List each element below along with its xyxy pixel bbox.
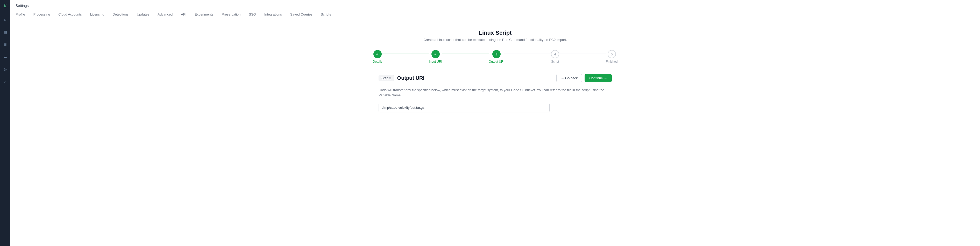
tab-experiments[interactable]: Experiments bbox=[191, 10, 217, 19]
step-title-group: Step 3 Output URI bbox=[379, 75, 425, 81]
step-2-circle: ✓ bbox=[431, 50, 440, 58]
step-4: 4 Script bbox=[551, 50, 559, 63]
step-content-header: Step 3 Output URI ← Go back Continue → bbox=[379, 74, 612, 83]
step-badge: Step 3 bbox=[379, 75, 394, 81]
wizard-description: Create a Linux script that can be execut… bbox=[26, 38, 964, 42]
cloud-icon[interactable]: ☁ bbox=[2, 53, 9, 60]
shield-icon[interactable]: ◎ bbox=[2, 65, 9, 73]
go-back-button[interactable]: ← Go back bbox=[556, 74, 582, 83]
tab-profile[interactable]: Profile bbox=[16, 10, 29, 19]
main-area: Settings Profile Processing Cloud Accoun… bbox=[10, 0, 980, 246]
step-1-label: Details bbox=[373, 60, 382, 63]
connector-3 bbox=[504, 54, 551, 54]
stepper: ✓ Details ✓ Input URI 3 Output URI 4 Scr… bbox=[26, 50, 964, 63]
tab-sso[interactable]: SSO bbox=[245, 10, 260, 19]
tab-updates[interactable]: Updates bbox=[133, 10, 153, 19]
connector-1 bbox=[382, 54, 429, 54]
step-5-circle: 5 bbox=[608, 50, 616, 58]
page-title: Settings bbox=[16, 4, 975, 8]
sidebar-logo: // bbox=[4, 3, 6, 8]
wizard-title: Linux Script bbox=[26, 30, 964, 36]
tab-cloud-accounts[interactable]: Cloud Accounts bbox=[54, 10, 86, 19]
step-2: ✓ Input URI bbox=[429, 50, 442, 63]
nav-tabs: Profile Processing Cloud Accounts Licens… bbox=[16, 10, 975, 19]
action-buttons: ← Go back Continue → bbox=[556, 74, 612, 83]
tab-detections[interactable]: Detections bbox=[108, 10, 132, 19]
layers-icon[interactable]: ⊞ bbox=[2, 41, 9, 48]
tab-scripts[interactable]: Scripts bbox=[317, 10, 335, 19]
step-4-label: Script bbox=[551, 60, 559, 63]
tab-integrations[interactable]: Integrations bbox=[260, 10, 286, 19]
step-1: ✓ Details bbox=[373, 50, 382, 63]
connector-2 bbox=[442, 54, 489, 54]
connector-4 bbox=[559, 54, 606, 54]
tab-licensing[interactable]: Licensing bbox=[86, 10, 108, 19]
step-3-label: Output URI bbox=[489, 60, 504, 63]
step-2-label: Input URI bbox=[429, 60, 442, 63]
home-icon[interactable]: ⌂ bbox=[2, 16, 9, 23]
step-5: 5 Finished bbox=[606, 50, 617, 63]
top-header: Settings Profile Processing Cloud Accoun… bbox=[10, 0, 980, 19]
tab-saved-queries[interactable]: Saved Queries bbox=[286, 10, 317, 19]
step-1-circle: ✓ bbox=[373, 50, 382, 58]
sidebar: // ⌂ ▤ ⊞ ☁ ◎ ✓ bbox=[0, 0, 10, 246]
tab-api[interactable]: API bbox=[177, 10, 191, 19]
tab-processing[interactable]: Processing bbox=[29, 10, 54, 19]
step-content: Step 3 Output URI ← Go back Continue → C… bbox=[379, 74, 612, 113]
tab-preservation[interactable]: Preservation bbox=[217, 10, 245, 19]
step-3-circle: 3 bbox=[492, 50, 501, 58]
wizard-header: Linux Script Create a Linux script that … bbox=[26, 30, 964, 42]
continue-button[interactable]: Continue → bbox=[585, 74, 612, 82]
tab-advanced[interactable]: Advanced bbox=[153, 10, 177, 19]
output-uri-input[interactable] bbox=[379, 103, 550, 113]
step-5-label: Finished bbox=[606, 60, 617, 63]
content-area: Linux Script Create a Linux script that … bbox=[10, 19, 980, 246]
step-4-circle: 4 bbox=[551, 50, 559, 58]
step-3: 3 Output URI bbox=[489, 50, 504, 63]
check-circle-icon[interactable]: ✓ bbox=[2, 78, 9, 85]
storage-icon[interactable]: ▤ bbox=[2, 28, 9, 35]
step-name: Output URI bbox=[397, 75, 425, 81]
step-description: Cado will transfer any file specified be… bbox=[379, 87, 612, 98]
